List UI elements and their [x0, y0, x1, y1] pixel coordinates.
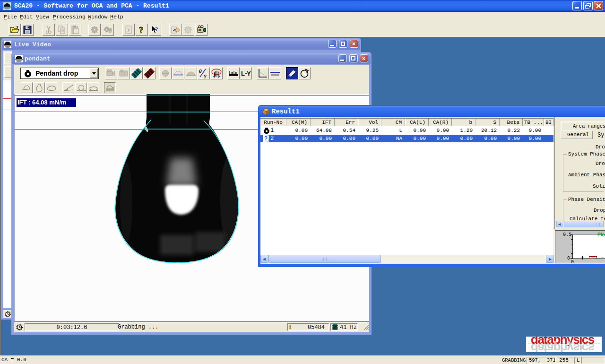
svg-text:dataphysics: dataphysics: [531, 341, 595, 352]
svg-text:θ: θ: [199, 68, 202, 74]
svg-text:γ: γ: [204, 73, 207, 78]
svg-text:L: L: [241, 70, 245, 77]
svg-text:?: ?: [139, 26, 143, 35]
svg-text:?: ?: [155, 26, 158, 33]
svg-text:Y: Y: [247, 70, 251, 77]
